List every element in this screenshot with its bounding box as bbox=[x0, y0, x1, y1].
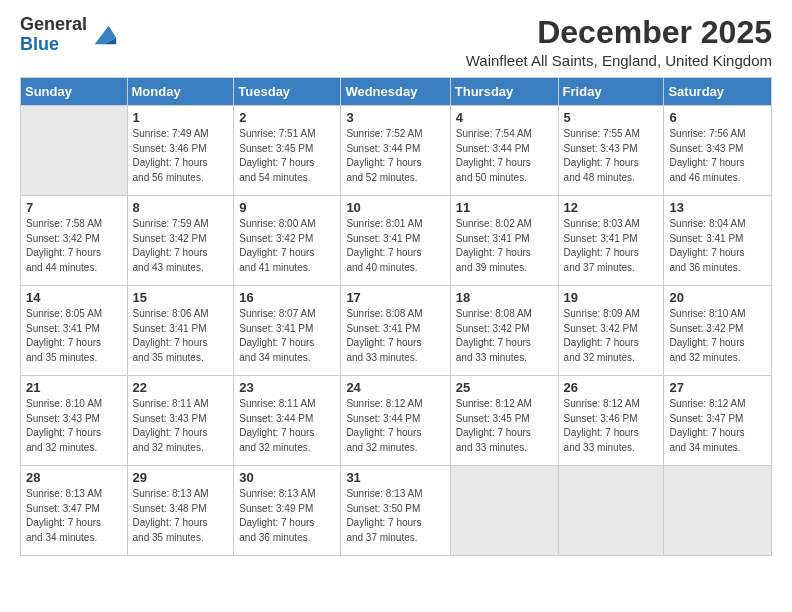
day-number: 2 bbox=[239, 110, 335, 125]
day-info: Sunrise: 8:12 AM Sunset: 3:47 PM Dayligh… bbox=[669, 397, 766, 455]
table-row: 19Sunrise: 8:09 AM Sunset: 3:42 PM Dayli… bbox=[558, 286, 664, 376]
day-number: 26 bbox=[564, 380, 659, 395]
table-row: 25Sunrise: 8:12 AM Sunset: 3:45 PM Dayli… bbox=[450, 376, 558, 466]
day-info: Sunrise: 8:10 AM Sunset: 3:42 PM Dayligh… bbox=[669, 307, 766, 365]
day-number: 13 bbox=[669, 200, 766, 215]
day-info: Sunrise: 8:13 AM Sunset: 3:48 PM Dayligh… bbox=[133, 487, 229, 545]
day-info: Sunrise: 7:54 AM Sunset: 3:44 PM Dayligh… bbox=[456, 127, 553, 185]
logo-text: General Blue bbox=[20, 15, 87, 55]
col-sunday: Sunday bbox=[21, 78, 128, 106]
day-number: 25 bbox=[456, 380, 553, 395]
day-number: 4 bbox=[456, 110, 553, 125]
day-info: Sunrise: 8:08 AM Sunset: 3:41 PM Dayligh… bbox=[346, 307, 444, 365]
table-row: 20Sunrise: 8:10 AM Sunset: 3:42 PM Dayli… bbox=[664, 286, 772, 376]
day-number: 21 bbox=[26, 380, 122, 395]
day-number: 28 bbox=[26, 470, 122, 485]
table-row bbox=[450, 466, 558, 556]
calendar-week-row: 1Sunrise: 7:49 AM Sunset: 3:46 PM Daylig… bbox=[21, 106, 772, 196]
calendar-week-row: 21Sunrise: 8:10 AM Sunset: 3:43 PM Dayli… bbox=[21, 376, 772, 466]
day-info: Sunrise: 8:12 AM Sunset: 3:45 PM Dayligh… bbox=[456, 397, 553, 455]
day-info: Sunrise: 7:58 AM Sunset: 3:42 PM Dayligh… bbox=[26, 217, 122, 275]
location-subtitle: Wainfleet All Saints, England, United Ki… bbox=[466, 52, 772, 69]
day-info: Sunrise: 7:49 AM Sunset: 3:46 PM Dayligh… bbox=[133, 127, 229, 185]
day-number: 12 bbox=[564, 200, 659, 215]
day-number: 22 bbox=[133, 380, 229, 395]
table-row: 17Sunrise: 8:08 AM Sunset: 3:41 PM Dayli… bbox=[341, 286, 450, 376]
day-number: 8 bbox=[133, 200, 229, 215]
day-number: 7 bbox=[26, 200, 122, 215]
day-info: Sunrise: 7:59 AM Sunset: 3:42 PM Dayligh… bbox=[133, 217, 229, 275]
day-number: 1 bbox=[133, 110, 229, 125]
table-row bbox=[664, 466, 772, 556]
col-tuesday: Tuesday bbox=[234, 78, 341, 106]
day-info: Sunrise: 8:10 AM Sunset: 3:43 PM Dayligh… bbox=[26, 397, 122, 455]
calendar-week-row: 7Sunrise: 7:58 AM Sunset: 3:42 PM Daylig… bbox=[21, 196, 772, 286]
col-saturday: Saturday bbox=[664, 78, 772, 106]
table-row: 10Sunrise: 8:01 AM Sunset: 3:41 PM Dayli… bbox=[341, 196, 450, 286]
day-info: Sunrise: 8:05 AM Sunset: 3:41 PM Dayligh… bbox=[26, 307, 122, 365]
day-info: Sunrise: 8:13 AM Sunset: 3:50 PM Dayligh… bbox=[346, 487, 444, 545]
day-number: 14 bbox=[26, 290, 122, 305]
day-info: Sunrise: 8:06 AM Sunset: 3:41 PM Dayligh… bbox=[133, 307, 229, 365]
day-info: Sunrise: 8:03 AM Sunset: 3:41 PM Dayligh… bbox=[564, 217, 659, 275]
day-info: Sunrise: 8:01 AM Sunset: 3:41 PM Dayligh… bbox=[346, 217, 444, 275]
col-thursday: Thursday bbox=[450, 78, 558, 106]
day-info: Sunrise: 8:07 AM Sunset: 3:41 PM Dayligh… bbox=[239, 307, 335, 365]
table-row: 26Sunrise: 8:12 AM Sunset: 3:46 PM Dayli… bbox=[558, 376, 664, 466]
day-number: 23 bbox=[239, 380, 335, 395]
calendar-header-row: Sunday Monday Tuesday Wednesday Thursday… bbox=[21, 78, 772, 106]
table-row: 1Sunrise: 7:49 AM Sunset: 3:46 PM Daylig… bbox=[127, 106, 234, 196]
day-info: Sunrise: 7:52 AM Sunset: 3:44 PM Dayligh… bbox=[346, 127, 444, 185]
day-info: Sunrise: 8:09 AM Sunset: 3:42 PM Dayligh… bbox=[564, 307, 659, 365]
col-monday: Monday bbox=[127, 78, 234, 106]
table-row: 23Sunrise: 8:11 AM Sunset: 3:44 PM Dayli… bbox=[234, 376, 341, 466]
day-info: Sunrise: 8:13 AM Sunset: 3:47 PM Dayligh… bbox=[26, 487, 122, 545]
day-info: Sunrise: 8:08 AM Sunset: 3:42 PM Dayligh… bbox=[456, 307, 553, 365]
table-row: 31Sunrise: 8:13 AM Sunset: 3:50 PM Dayli… bbox=[341, 466, 450, 556]
logo: General Blue bbox=[20, 15, 118, 55]
day-number: 29 bbox=[133, 470, 229, 485]
table-row: 6Sunrise: 7:56 AM Sunset: 3:43 PM Daylig… bbox=[664, 106, 772, 196]
table-row: 27Sunrise: 8:12 AM Sunset: 3:47 PM Dayli… bbox=[664, 376, 772, 466]
day-info: Sunrise: 7:51 AM Sunset: 3:45 PM Dayligh… bbox=[239, 127, 335, 185]
table-row: 8Sunrise: 7:59 AM Sunset: 3:42 PM Daylig… bbox=[127, 196, 234, 286]
day-info: Sunrise: 8:00 AM Sunset: 3:42 PM Dayligh… bbox=[239, 217, 335, 275]
table-row: 16Sunrise: 8:07 AM Sunset: 3:41 PM Dayli… bbox=[234, 286, 341, 376]
table-row: 12Sunrise: 8:03 AM Sunset: 3:41 PM Dayli… bbox=[558, 196, 664, 286]
day-number: 18 bbox=[456, 290, 553, 305]
calendar-table: Sunday Monday Tuesday Wednesday Thursday… bbox=[20, 77, 772, 556]
day-number: 10 bbox=[346, 200, 444, 215]
table-row: 11Sunrise: 8:02 AM Sunset: 3:41 PM Dayli… bbox=[450, 196, 558, 286]
table-row: 24Sunrise: 8:12 AM Sunset: 3:44 PM Dayli… bbox=[341, 376, 450, 466]
day-info: Sunrise: 8:13 AM Sunset: 3:49 PM Dayligh… bbox=[239, 487, 335, 545]
table-row bbox=[21, 106, 128, 196]
table-row: 13Sunrise: 8:04 AM Sunset: 3:41 PM Dayli… bbox=[664, 196, 772, 286]
calendar-week-row: 14Sunrise: 8:05 AM Sunset: 3:41 PM Dayli… bbox=[21, 286, 772, 376]
table-row: 15Sunrise: 8:06 AM Sunset: 3:41 PM Dayli… bbox=[127, 286, 234, 376]
page: General Blue December 2025 Wainfleet All… bbox=[0, 0, 792, 612]
day-number: 17 bbox=[346, 290, 444, 305]
table-row: 9Sunrise: 8:00 AM Sunset: 3:42 PM Daylig… bbox=[234, 196, 341, 286]
day-number: 20 bbox=[669, 290, 766, 305]
table-row: 22Sunrise: 8:11 AM Sunset: 3:43 PM Dayli… bbox=[127, 376, 234, 466]
table-row bbox=[558, 466, 664, 556]
calendar-week-row: 28Sunrise: 8:13 AM Sunset: 3:47 PM Dayli… bbox=[21, 466, 772, 556]
day-number: 9 bbox=[239, 200, 335, 215]
table-row: 14Sunrise: 8:05 AM Sunset: 3:41 PM Dayli… bbox=[21, 286, 128, 376]
day-number: 15 bbox=[133, 290, 229, 305]
month-title: December 2025 bbox=[466, 15, 772, 50]
table-row: 5Sunrise: 7:55 AM Sunset: 3:43 PM Daylig… bbox=[558, 106, 664, 196]
day-info: Sunrise: 8:02 AM Sunset: 3:41 PM Dayligh… bbox=[456, 217, 553, 275]
day-info: Sunrise: 7:55 AM Sunset: 3:43 PM Dayligh… bbox=[564, 127, 659, 185]
day-number: 3 bbox=[346, 110, 444, 125]
logo-icon bbox=[90, 21, 118, 49]
table-row: 2Sunrise: 7:51 AM Sunset: 3:45 PM Daylig… bbox=[234, 106, 341, 196]
day-info: Sunrise: 8:11 AM Sunset: 3:43 PM Dayligh… bbox=[133, 397, 229, 455]
day-number: 24 bbox=[346, 380, 444, 395]
day-number: 31 bbox=[346, 470, 444, 485]
day-info: Sunrise: 8:04 AM Sunset: 3:41 PM Dayligh… bbox=[669, 217, 766, 275]
day-info: Sunrise: 7:56 AM Sunset: 3:43 PM Dayligh… bbox=[669, 127, 766, 185]
header: General Blue December 2025 Wainfleet All… bbox=[20, 15, 772, 69]
day-number: 6 bbox=[669, 110, 766, 125]
day-number: 11 bbox=[456, 200, 553, 215]
